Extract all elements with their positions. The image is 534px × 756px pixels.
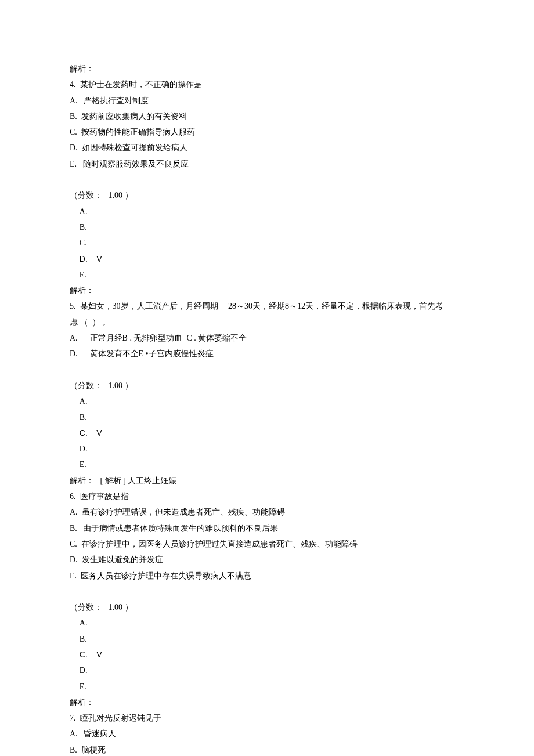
q4-opt-c: C. 按药物的性能正确指导病人服药 — [70, 124, 464, 140]
q5-ans-d: D. — [70, 441, 464, 457]
q6-stem: 6. 医疗事故是指 — [70, 489, 464, 504]
q6-post-analysis: 解析： — [70, 694, 464, 710]
q6-ans-c: C. V — [70, 647, 464, 663]
q4-post-analysis: 解析： — [70, 283, 464, 298]
q4-pre-analysis: 解析： — [70, 61, 464, 77]
q4-score: （分数： 1.00 ） — [70, 187, 464, 203]
q5-ans-a: A. — [70, 393, 464, 409]
q6-ans-b: B. — [70, 631, 464, 647]
q6-opt-c: C. 在诊疗护理中，因医务人员诊疗护理过失直接造成患者死亡、残疾、功能障碍 — [70, 536, 464, 552]
q5-stem-line2: 虑 （ ） 。 — [70, 314, 464, 330]
q6-opt-d: D. 发生难以避免的并发症 — [70, 552, 464, 567]
q4-ans-e: E. — [70, 267, 464, 283]
q4-opt-b: B. 发药前应收集病人的有关资料 — [70, 108, 464, 124]
q5-score: （分数： 1.00 ） — [70, 378, 464, 393]
q4-ans-c: C. — [70, 235, 464, 251]
q6-opt-e: E. 医务人员在诊疗护理中存在失误导致病人不满意 — [70, 568, 464, 584]
q4-opt-d: D. 如因特殊检查可提前发给病人 — [70, 140, 464, 155]
q7-opt-a: A. 昏迷病人 — [70, 726, 464, 741]
q7-opt-b: B. 脑梗死 — [70, 742, 464, 756]
q4-ans-d: D. V — [70, 251, 464, 267]
q6-ans-d: D. — [70, 663, 464, 678]
q4-ans-a: A. — [70, 204, 464, 219]
q6-score: （分数： 1.00 ） — [70, 599, 464, 615]
q6-ans-a: A. — [70, 615, 464, 631]
q4-ans-b: B. — [70, 219, 464, 235]
q4-opt-a: A. 严格执行查对制度 — [70, 93, 464, 108]
q6-ans-e: E. — [70, 679, 464, 694]
q5-opts-line2: D. 黄体发育不全E •子宫内膜慢性炎症 — [70, 346, 464, 361]
q5-stem-line1: 5. 某妇女，30岁，人工流产后，月经周期 28～30天，经期8～12天，经量不… — [70, 298, 464, 314]
q5-opts-line1: A. 正常月经B . 无排卵型功血 C . 黄体萎缩不全 — [70, 330, 464, 346]
q6-opt-b: B. 由于病情或患者体质特殊而发生的难以预料的不良后果 — [70, 520, 464, 536]
q6-opt-a: A. 虽有诊疗护理错误，但未造成患者死亡、残疾、功能障碍 — [70, 504, 464, 520]
q5-ans-c: C. V — [70, 425, 464, 441]
q4-opt-e: E. 随时观察服药效果及不良反应 — [70, 156, 464, 172]
q5-ans-b: B. — [70, 410, 464, 425]
q5-post-analysis: 解析： [ 解析 ] 人工终止妊娠 — [70, 473, 464, 489]
q5-ans-e: E. — [70, 457, 464, 472]
q4-stem: 4. 某护士在发药时，不正确的操作是 — [70, 77, 464, 92]
q7-stem: 7. 瞳孔对光反射迟钝见于 — [70, 710, 464, 726]
